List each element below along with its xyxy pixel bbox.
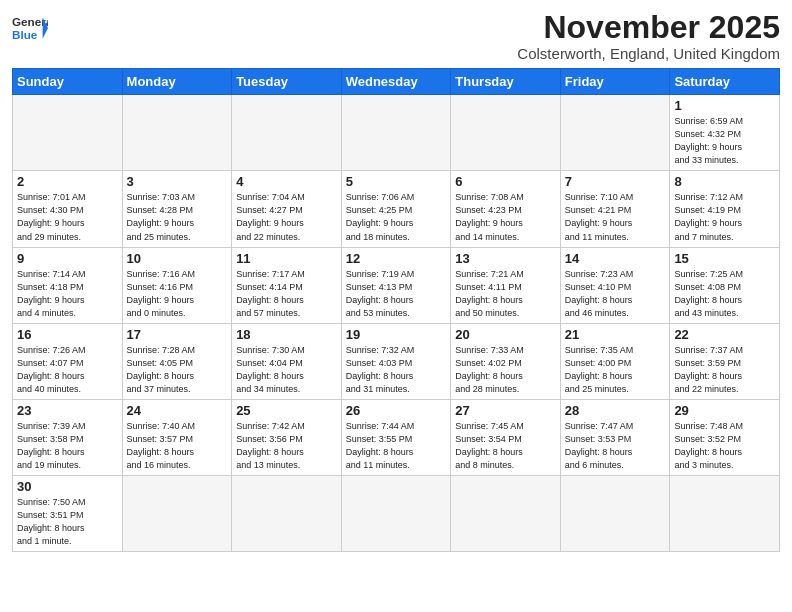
calendar-cell — [451, 476, 561, 552]
month-title: November 2025 — [517, 10, 780, 45]
day-number: 16 — [17, 327, 118, 342]
calendar-cell — [232, 476, 342, 552]
day-number: 17 — [127, 327, 228, 342]
day-number: 22 — [674, 327, 775, 342]
calendar-cell: 6Sunrise: 7:08 AM Sunset: 4:23 PM Daylig… — [451, 171, 561, 247]
weekday-sunday: Sunday — [13, 69, 123, 95]
calendar-cell — [13, 95, 123, 171]
calendar-cell: 27Sunrise: 7:45 AM Sunset: 3:54 PM Dayli… — [451, 399, 561, 475]
week-row-5: 23Sunrise: 7:39 AM Sunset: 3:58 PM Dayli… — [13, 399, 780, 475]
day-number: 15 — [674, 251, 775, 266]
day-info: Sunrise: 7:42 AM Sunset: 3:56 PM Dayligh… — [236, 420, 337, 472]
day-info: Sunrise: 7:30 AM Sunset: 4:04 PM Dayligh… — [236, 344, 337, 396]
day-info: Sunrise: 7:39 AM Sunset: 3:58 PM Dayligh… — [17, 420, 118, 472]
day-number: 18 — [236, 327, 337, 342]
day-info: Sunrise: 7:48 AM Sunset: 3:52 PM Dayligh… — [674, 420, 775, 472]
page: General Blue November 2025 Colsterworth,… — [0, 0, 792, 562]
calendar-cell: 16Sunrise: 7:26 AM Sunset: 4:07 PM Dayli… — [13, 323, 123, 399]
calendar-cell: 20Sunrise: 7:33 AM Sunset: 4:02 PM Dayli… — [451, 323, 561, 399]
day-number: 25 — [236, 403, 337, 418]
day-number: 11 — [236, 251, 337, 266]
day-number: 2 — [17, 174, 118, 189]
day-info: Sunrise: 6:59 AM Sunset: 4:32 PM Dayligh… — [674, 115, 775, 167]
calendar-cell — [560, 476, 670, 552]
calendar-cell: 17Sunrise: 7:28 AM Sunset: 4:05 PM Dayli… — [122, 323, 232, 399]
location: Colsterworth, England, United Kingdom — [517, 45, 780, 62]
calendar-cell: 8Sunrise: 7:12 AM Sunset: 4:19 PM Daylig… — [670, 171, 780, 247]
calendar: SundayMondayTuesdayWednesdayThursdayFrid… — [12, 68, 780, 552]
day-number: 8 — [674, 174, 775, 189]
day-info: Sunrise: 7:16 AM Sunset: 4:16 PM Dayligh… — [127, 268, 228, 320]
weekday-monday: Monday — [122, 69, 232, 95]
calendar-cell: 4Sunrise: 7:04 AM Sunset: 4:27 PM Daylig… — [232, 171, 342, 247]
day-number: 1 — [674, 98, 775, 113]
day-number: 12 — [346, 251, 447, 266]
day-number: 26 — [346, 403, 447, 418]
day-info: Sunrise: 7:35 AM Sunset: 4:00 PM Dayligh… — [565, 344, 666, 396]
calendar-cell: 22Sunrise: 7:37 AM Sunset: 3:59 PM Dayli… — [670, 323, 780, 399]
day-number: 10 — [127, 251, 228, 266]
title-block: November 2025 Colsterworth, England, Uni… — [517, 10, 780, 62]
logo-icon: General Blue — [12, 10, 48, 46]
day-info: Sunrise: 7:45 AM Sunset: 3:54 PM Dayligh… — [455, 420, 556, 472]
weekday-wednesday: Wednesday — [341, 69, 451, 95]
calendar-cell: 23Sunrise: 7:39 AM Sunset: 3:58 PM Dayli… — [13, 399, 123, 475]
logo: General Blue — [12, 10, 48, 46]
day-info: Sunrise: 7:12 AM Sunset: 4:19 PM Dayligh… — [674, 191, 775, 243]
calendar-cell: 7Sunrise: 7:10 AM Sunset: 4:21 PM Daylig… — [560, 171, 670, 247]
day-info: Sunrise: 7:25 AM Sunset: 4:08 PM Dayligh… — [674, 268, 775, 320]
day-number: 5 — [346, 174, 447, 189]
day-number: 4 — [236, 174, 337, 189]
day-number: 29 — [674, 403, 775, 418]
calendar-cell: 14Sunrise: 7:23 AM Sunset: 4:10 PM Dayli… — [560, 247, 670, 323]
calendar-cell: 2Sunrise: 7:01 AM Sunset: 4:30 PM Daylig… — [13, 171, 123, 247]
calendar-cell — [560, 95, 670, 171]
day-number: 9 — [17, 251, 118, 266]
day-info: Sunrise: 7:01 AM Sunset: 4:30 PM Dayligh… — [17, 191, 118, 243]
weekday-tuesday: Tuesday — [232, 69, 342, 95]
calendar-cell: 12Sunrise: 7:19 AM Sunset: 4:13 PM Dayli… — [341, 247, 451, 323]
calendar-cell — [122, 95, 232, 171]
calendar-cell: 21Sunrise: 7:35 AM Sunset: 4:00 PM Dayli… — [560, 323, 670, 399]
weekday-header-row: SundayMondayTuesdayWednesdayThursdayFrid… — [13, 69, 780, 95]
day-info: Sunrise: 7:23 AM Sunset: 4:10 PM Dayligh… — [565, 268, 666, 320]
day-number: 30 — [17, 479, 118, 494]
day-info: Sunrise: 7:14 AM Sunset: 4:18 PM Dayligh… — [17, 268, 118, 320]
day-number: 19 — [346, 327, 447, 342]
day-number: 28 — [565, 403, 666, 418]
day-info: Sunrise: 7:26 AM Sunset: 4:07 PM Dayligh… — [17, 344, 118, 396]
header: General Blue November 2025 Colsterworth,… — [12, 10, 780, 62]
calendar-cell: 13Sunrise: 7:21 AM Sunset: 4:11 PM Dayli… — [451, 247, 561, 323]
calendar-cell: 5Sunrise: 7:06 AM Sunset: 4:25 PM Daylig… — [341, 171, 451, 247]
day-number: 6 — [455, 174, 556, 189]
week-row-2: 2Sunrise: 7:01 AM Sunset: 4:30 PM Daylig… — [13, 171, 780, 247]
day-info: Sunrise: 7:17 AM Sunset: 4:14 PM Dayligh… — [236, 268, 337, 320]
weekday-thursday: Thursday — [451, 69, 561, 95]
day-info: Sunrise: 7:37 AM Sunset: 3:59 PM Dayligh… — [674, 344, 775, 396]
day-info: Sunrise: 7:50 AM Sunset: 3:51 PM Dayligh… — [17, 496, 118, 548]
calendar-cell: 25Sunrise: 7:42 AM Sunset: 3:56 PM Dayli… — [232, 399, 342, 475]
calendar-cell: 3Sunrise: 7:03 AM Sunset: 4:28 PM Daylig… — [122, 171, 232, 247]
calendar-cell: 24Sunrise: 7:40 AM Sunset: 3:57 PM Dayli… — [122, 399, 232, 475]
weekday-friday: Friday — [560, 69, 670, 95]
day-number: 27 — [455, 403, 556, 418]
calendar-cell — [341, 476, 451, 552]
day-number: 7 — [565, 174, 666, 189]
day-info: Sunrise: 7:32 AM Sunset: 4:03 PM Dayligh… — [346, 344, 447, 396]
calendar-cell — [122, 476, 232, 552]
weekday-saturday: Saturday — [670, 69, 780, 95]
day-number: 13 — [455, 251, 556, 266]
calendar-cell — [232, 95, 342, 171]
week-row-1: 1Sunrise: 6:59 AM Sunset: 4:32 PM Daylig… — [13, 95, 780, 171]
calendar-cell: 29Sunrise: 7:48 AM Sunset: 3:52 PM Dayli… — [670, 399, 780, 475]
calendar-cell: 1Sunrise: 6:59 AM Sunset: 4:32 PM Daylig… — [670, 95, 780, 171]
calendar-cell: 28Sunrise: 7:47 AM Sunset: 3:53 PM Dayli… — [560, 399, 670, 475]
week-row-3: 9Sunrise: 7:14 AM Sunset: 4:18 PM Daylig… — [13, 247, 780, 323]
day-info: Sunrise: 7:28 AM Sunset: 4:05 PM Dayligh… — [127, 344, 228, 396]
calendar-cell — [341, 95, 451, 171]
calendar-cell: 10Sunrise: 7:16 AM Sunset: 4:16 PM Dayli… — [122, 247, 232, 323]
day-info: Sunrise: 7:06 AM Sunset: 4:25 PM Dayligh… — [346, 191, 447, 243]
week-row-4: 16Sunrise: 7:26 AM Sunset: 4:07 PM Dayli… — [13, 323, 780, 399]
day-info: Sunrise: 7:03 AM Sunset: 4:28 PM Dayligh… — [127, 191, 228, 243]
day-info: Sunrise: 7:40 AM Sunset: 3:57 PM Dayligh… — [127, 420, 228, 472]
